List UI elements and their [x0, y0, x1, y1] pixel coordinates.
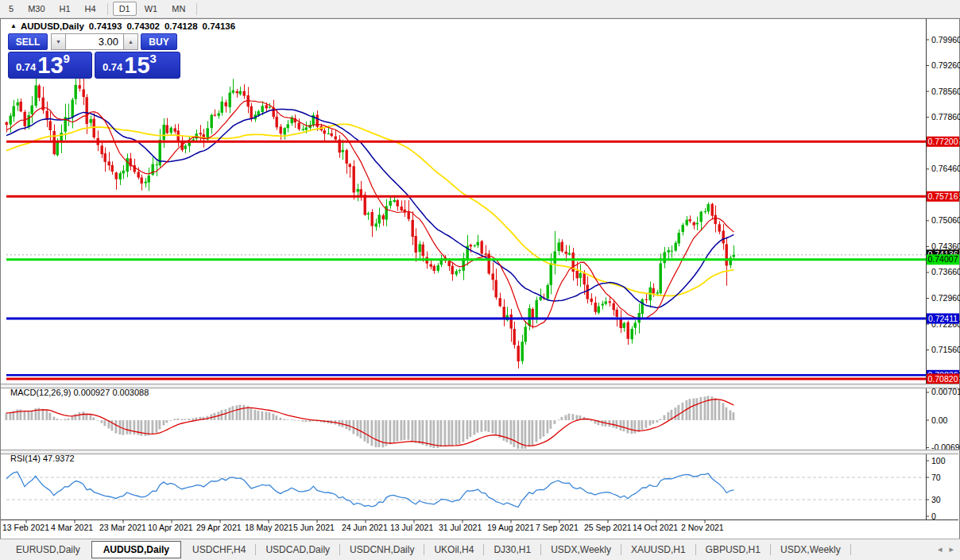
- sell-price-display[interactable]: 0.74139: [8, 52, 92, 79]
- rsi-tick-label: 100: [931, 456, 946, 465]
- candle: [594, 303, 597, 312]
- macd-bar: [696, 398, 699, 420]
- candle: [470, 245, 472, 246]
- macd-bar: [401, 420, 403, 441]
- candle: [122, 171, 125, 174]
- ohlc-high: 0.74302: [126, 21, 160, 31]
- candle: [664, 252, 666, 263]
- candle: [718, 224, 721, 231]
- macd-bar: [273, 414, 275, 420]
- macd-bar: [393, 420, 396, 442]
- macd-bar: [305, 420, 308, 422]
- chart-tab-usdchf-h4[interactable]: USDCHF,H4: [183, 542, 255, 558]
- sell-button[interactable]: SELL: [8, 33, 48, 50]
- macd-bar: [444, 420, 447, 446]
- rsi-tick-label: 70: [931, 473, 941, 482]
- candle: [631, 329, 633, 339]
- macd-bar: [576, 415, 579, 421]
- candle: [229, 93, 231, 107]
- macd-bar: [236, 405, 238, 420]
- macd-bar: [463, 420, 465, 442]
- candle: [38, 86, 41, 98]
- macd-bar: [408, 420, 410, 440]
- macd-bar: [455, 420, 458, 445]
- macd-bar: [24, 411, 26, 420]
- candle: [532, 309, 534, 318]
- collapse-icon[interactable]: ▲: [10, 22, 17, 29]
- price-tick-label: 0.72960: [931, 293, 960, 303]
- chart-tab-ukoil-h4[interactable]: UKOil,H4: [424, 542, 483, 558]
- macd-bar: [28, 411, 30, 420]
- chart-tab-eurusd-daily[interactable]: EURUSD,Daily: [6, 542, 90, 558]
- candle: [485, 253, 487, 255]
- macd-bar: [375, 420, 377, 447]
- volume-increase-button[interactable]: ▲: [123, 33, 138, 50]
- date-tick-label: 25 Sep 2021: [584, 523, 632, 532]
- macd-bar: [540, 420, 542, 439]
- candle: [540, 297, 542, 300]
- macd-bar: [46, 411, 48, 420]
- date-tick-label: 2 Nov 2021: [681, 523, 724, 532]
- macd-bar: [17, 410, 19, 421]
- candle: [323, 130, 326, 133]
- macd-bar: [528, 420, 531, 447]
- candle: [660, 263, 662, 293]
- candle: [576, 271, 579, 278]
- buy-price-sup: 3: [150, 52, 157, 65]
- macd-bar: [675, 407, 677, 420]
- macd-bar: [470, 420, 472, 437]
- macd-bar: [250, 408, 253, 420]
- macd-bar: [49, 413, 52, 420]
- candle: [704, 211, 706, 212]
- chart-tab-audusd-daily[interactable]: AUDUSD,Daily: [91, 541, 181, 558]
- buy-button[interactable]: BUY: [141, 33, 177, 50]
- chart-tab-xauusd-h1[interactable]: XAUUSD,H1: [621, 542, 695, 558]
- macd-bar: [572, 414, 575, 420]
- chart-tab-gbpusd-h1[interactable]: GBPUSD,H1: [696, 542, 770, 558]
- candle: [360, 189, 362, 195]
- macd-bar: [60, 419, 63, 420]
- candle: [510, 315, 513, 329]
- chart-tab-dj30-h1[interactable]: DJ30,H1: [484, 542, 540, 558]
- macd-bar: [433, 420, 435, 448]
- chart-tab-usdcad-daily[interactable]: USDCAD,Daily: [256, 542, 339, 558]
- volume-decrease-button[interactable]: ▼: [51, 33, 66, 50]
- price-tick-label: 0.75060: [931, 215, 960, 225]
- macd-bar: [284, 419, 286, 421]
- candle: [401, 207, 403, 210]
- candle: [675, 243, 677, 251]
- candle: [31, 106, 33, 114]
- candle: [389, 201, 392, 206]
- tab-scroll-left-icon[interactable]: ◂: [938, 544, 943, 554]
- buy-price-prefix: 0.74: [103, 61, 122, 73]
- horizontal-level-lines[interactable]: [6, 141, 926, 379]
- chart-tab-usdx-weekly[interactable]: USDX,Weekly: [541, 542, 621, 558]
- candle: [652, 288, 655, 294]
- macd-bar: [481, 420, 483, 432]
- macd-bar: [170, 420, 172, 421]
- volume-input[interactable]: [66, 33, 123, 50]
- candle: [250, 106, 253, 119]
- candle: [342, 150, 344, 153]
- chart-tab-usdcnh-daily[interactable]: USDCNH,Daily: [340, 542, 424, 558]
- chart-canvas[interactable]: 0.799600.792600.785600.778600.771600.764…: [0, 0, 960, 560]
- chart-tab-usdx-weekly[interactable]: USDX,Weekly: [771, 542, 850, 558]
- ohlc-low: 0.74128: [165, 21, 198, 31]
- candle: [492, 273, 494, 280]
- macd-bar: [184, 419, 187, 421]
- price-scale[interactable]: 0.799600.792600.785600.778600.771600.764…: [926, 19, 960, 521]
- date-tick-label: 10 Apr 2021: [148, 523, 193, 532]
- candle: [104, 153, 106, 162]
- macd-bar: [364, 420, 366, 442]
- time-axis[interactable]: 13 Feb 20214 Mar 202123 Mar 202110 Apr 2…: [1, 520, 958, 533]
- candle: [170, 128, 172, 133]
- macd-bar: [645, 420, 648, 428]
- tab-scroll-right-icon[interactable]: ▸: [949, 544, 954, 554]
- buy-price-display[interactable]: 0.74153: [95, 52, 180, 79]
- macd-bar: [554, 420, 556, 424]
- rsi-panel-separator[interactable]: [1, 450, 958, 454]
- macd-bar: [181, 419, 184, 421]
- macd-bar: [302, 420, 304, 422]
- candle: [221, 102, 223, 113]
- candle: [17, 102, 19, 106]
